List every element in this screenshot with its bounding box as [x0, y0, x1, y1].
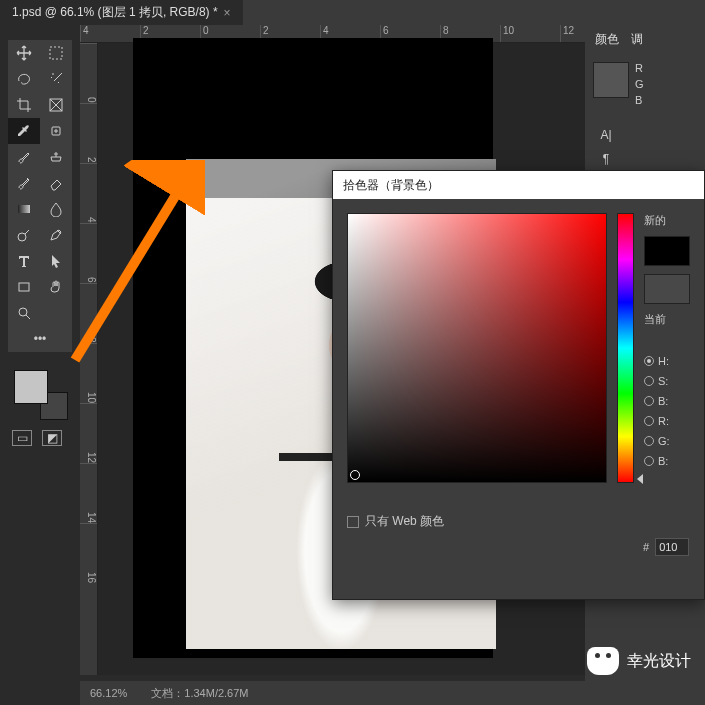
- eyedropper-tool[interactable]: [8, 118, 40, 144]
- sat-radio[interactable]: [644, 376, 654, 386]
- green-radio[interactable]: [644, 436, 654, 446]
- blur-tool[interactable]: [40, 196, 72, 222]
- color-picker-dialog: 拾色器（背景色） 新的 当前 H: S: B: R: G: B: 只有 Web …: [332, 170, 705, 600]
- status-bar: 66.12% 文档：1.34M/2.67M: [80, 681, 705, 705]
- svg-point-4: [18, 233, 26, 241]
- eraser-tool[interactable]: [40, 170, 72, 196]
- new-color-label: 新的: [644, 213, 690, 228]
- current-color-label: 当前: [644, 312, 690, 327]
- foreground-color-swatch[interactable]: [14, 370, 48, 404]
- svg-rect-3: [18, 205, 30, 213]
- ruler-vertical: 024 6810 121416: [80, 43, 98, 675]
- new-color-swatch: [644, 236, 690, 266]
- document-tab-bar: 1.psd @ 66.1% (图层 1 拷贝, RGB/8) * ×: [0, 0, 705, 25]
- history-brush-tool[interactable]: [8, 170, 40, 196]
- standard-mode-button[interactable]: ▭: [12, 430, 32, 446]
- svg-rect-5: [19, 283, 29, 291]
- svg-rect-0: [50, 47, 62, 59]
- hue-radio[interactable]: [644, 356, 654, 366]
- pen-tool[interactable]: [40, 222, 72, 248]
- move-tool[interactable]: [8, 40, 40, 66]
- toolbox: •••: [8, 40, 72, 352]
- bri-radio[interactable]: [644, 396, 654, 406]
- hue-slider-thumb-icon: [637, 474, 643, 484]
- blue-radio[interactable]: [644, 456, 654, 466]
- character-panel-button[interactable]: A|: [593, 124, 619, 146]
- type-tool[interactable]: [8, 248, 40, 274]
- hand-tool[interactable]: [40, 274, 72, 300]
- close-icon[interactable]: ×: [224, 6, 231, 20]
- clone-stamp-tool[interactable]: [40, 144, 72, 170]
- magic-wand-tool[interactable]: [40, 66, 72, 92]
- wechat-icon: [587, 647, 619, 675]
- adjust-panel-tab[interactable]: 调: [631, 31, 643, 48]
- quick-mask-button[interactable]: ◩: [42, 430, 62, 446]
- rectangle-tool[interactable]: [8, 274, 40, 300]
- color-swatches: [14, 370, 64, 420]
- svg-point-6: [19, 308, 27, 316]
- brush-tool[interactable]: [8, 144, 40, 170]
- watermark-text: 幸光设计: [627, 651, 691, 672]
- doc-size: 文档：1.34M/2.67M: [151, 686, 248, 701]
- panel-swatch[interactable]: [593, 62, 629, 98]
- marquee-tool[interactable]: [40, 40, 72, 66]
- path-select-tool[interactable]: [40, 248, 72, 274]
- red-radio[interactable]: [644, 416, 654, 426]
- saturation-brightness-field[interactable]: [347, 213, 607, 483]
- document-tab[interactable]: 1.psd @ 66.1% (图层 1 拷贝, RGB/8) * ×: [0, 0, 243, 25]
- picker-cursor-icon: [350, 470, 360, 480]
- r-label: R: [635, 62, 644, 74]
- zoom-tool[interactable]: [8, 300, 40, 326]
- b-label: B: [635, 94, 644, 106]
- document-tab-title: 1.psd @ 66.1% (图层 1 拷贝, RGB/8) *: [12, 4, 218, 21]
- zoom-level[interactable]: 66.12%: [90, 687, 127, 699]
- hue-slider[interactable]: [617, 213, 634, 483]
- lasso-tool[interactable]: [8, 66, 40, 92]
- quick-mask-controls: ▭ ◩: [12, 430, 62, 446]
- g-label: G: [635, 78, 644, 90]
- dodge-tool[interactable]: [8, 222, 40, 248]
- web-only-checkbox[interactable]: [347, 516, 359, 528]
- edit-toolbar-button[interactable]: •••: [8, 326, 72, 352]
- watermark: 幸光设计: [587, 647, 691, 675]
- web-only-label: 只有 Web 颜色: [365, 513, 444, 530]
- color-picker-title: 拾色器（背景色）: [333, 171, 704, 199]
- current-color-swatch[interactable]: [644, 274, 690, 304]
- paragraph-panel-button[interactable]: ¶: [593, 148, 619, 170]
- spot-heal-tool[interactable]: [40, 118, 72, 144]
- crop-tool[interactable]: [8, 92, 40, 118]
- frame-tool[interactable]: [40, 92, 72, 118]
- color-panel-tab[interactable]: 颜色: [595, 31, 619, 48]
- hex-prefix: #: [643, 541, 649, 553]
- gradient-tool[interactable]: [8, 196, 40, 222]
- hex-input[interactable]: [655, 538, 689, 556]
